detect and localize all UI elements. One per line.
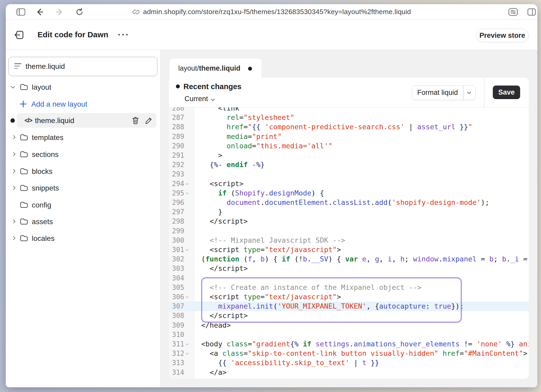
page-settings-icon[interactable] bbox=[507, 4, 519, 20]
folder-icon bbox=[20, 201, 28, 209]
reload-icon[interactable] bbox=[74, 4, 85, 20]
line-number: 295 bbox=[169, 188, 194, 198]
format-liquid-button[interactable]: Format liquid bbox=[412, 85, 476, 100]
code-line-287: rel="stylesheet" bbox=[194, 113, 294, 122]
sidebar-item-locales[interactable]: locales bbox=[6, 231, 161, 246]
folder-icon bbox=[20, 218, 28, 225]
folder-icon bbox=[20, 184, 28, 192]
split-view-icon[interactable] bbox=[526, 4, 537, 20]
folder-icon bbox=[20, 235, 28, 242]
line-number: 287 bbox=[169, 113, 194, 122]
line-number: 308 bbox=[169, 311, 194, 320]
code-line-310 bbox=[194, 330, 201, 339]
changes-dot bbox=[176, 84, 180, 88]
forward-icon[interactable] bbox=[54, 4, 65, 20]
line-number: 300 bbox=[169, 236, 194, 245]
sidebar-item-config[interactable]: config bbox=[6, 198, 161, 212]
page-title: Edit code for Dawn bbox=[38, 20, 108, 50]
format-options-chevron[interactable] bbox=[463, 86, 475, 100]
chevron-right-icon bbox=[11, 135, 16, 139]
chevron-right-icon bbox=[11, 169, 16, 173]
line-number: 313 bbox=[169, 358, 194, 368]
code-line-303: </script> bbox=[194, 264, 248, 273]
preview-store-button[interactable]: Preview store bbox=[476, 29, 528, 42]
chevron-down-icon bbox=[211, 97, 215, 101]
header-divider bbox=[484, 78, 484, 107]
code-line-294: <script> bbox=[194, 179, 244, 188]
line-number: 314 bbox=[169, 368, 194, 377]
sidebar-item-snippets[interactable]: snippets bbox=[6, 181, 161, 195]
line-number: 293 bbox=[169, 169, 194, 179]
more-actions-button[interactable] bbox=[118, 20, 128, 50]
sidebar-item-blocks[interactable]: blocks bbox=[6, 164, 161, 179]
code-line-313: {{ 'accessibility.skip_to_text' | t }} bbox=[194, 358, 379, 368]
code-editor[interactable]: 2862872882892902912922932942952962972982… bbox=[169, 107, 529, 379]
line-number: 309 bbox=[169, 321, 194, 330]
line-number: 296 bbox=[169, 198, 194, 207]
tab-filename: theme.liquid bbox=[199, 64, 241, 72]
line-number: 302 bbox=[169, 254, 194, 264]
chevron-right-icon bbox=[11, 219, 16, 224]
code-line-300: <!-- Mixpanel Javascript SDK --> bbox=[194, 236, 345, 245]
file-sidebar: theme.liquid layoutAdd a new layout</>th… bbox=[6, 50, 161, 387]
code-line-314: </a> bbox=[194, 368, 227, 377]
tab-theme-liquid[interactable]: layout/theme.liquid bbox=[170, 59, 261, 79]
code-line-301: <script type="text/javascript"> bbox=[194, 245, 341, 254]
line-number: 290 bbox=[169, 141, 194, 151]
file-search-input[interactable]: theme.liquid bbox=[8, 57, 157, 76]
chevron-right-icon bbox=[11, 186, 16, 190]
line-number: 306 bbox=[169, 292, 194, 302]
recent-changes-title: Recent changes bbox=[183, 82, 241, 91]
line-number: 286 bbox=[169, 107, 194, 113]
address-bar[interactable]: admin.shopify.com/store/rzq1xu-f5/themes… bbox=[132, 4, 411, 20]
code-line-290: onload="this.media='all'" bbox=[194, 141, 333, 151]
line-number: 307 bbox=[169, 302, 194, 311]
sidebar-toggle-icon[interactable] bbox=[16, 4, 26, 20]
version-select[interactable]: Current bbox=[185, 95, 214, 103]
sidebar-item-layout[interactable]: layout bbox=[6, 80, 161, 94]
line-number: 305 bbox=[169, 283, 194, 292]
code-line-297: } bbox=[194, 207, 222, 217]
line-number: 310 bbox=[169, 330, 194, 339]
sidebar-item-add-a-new-layout[interactable]: Add a new layout bbox=[6, 97, 161, 111]
unsaved-file-dot bbox=[10, 118, 15, 123]
highlight-box bbox=[201, 277, 462, 323]
editor-card: Recent changes Current Format liquid Sav… bbox=[169, 78, 529, 379]
exit-icon[interactable] bbox=[14, 29, 24, 40]
line-number: 294 bbox=[169, 179, 194, 188]
code-line-292: {%- endif -%} bbox=[194, 160, 265, 169]
delete-icon[interactable] bbox=[132, 116, 139, 125]
sidebar-item-assets[interactable]: assets bbox=[6, 214, 161, 229]
code-line-312: <a class="skip-to-content-link button vi… bbox=[194, 349, 527, 358]
folder-icon bbox=[20, 134, 28, 141]
code-line-289: media="print" bbox=[194, 132, 282, 141]
back-icon[interactable] bbox=[34, 4, 45, 20]
url-text: admin.shopify.com/store/rzq1xu-f5/themes… bbox=[143, 8, 411, 16]
line-number: 301 bbox=[169, 245, 194, 254]
browser-window: admin.shopify.com/store/rzq1xu-f5/themes… bbox=[6, 4, 537, 387]
code-line-296: document.documentElement.classList.add('… bbox=[194, 198, 489, 207]
tab-path: layout/ bbox=[178, 64, 199, 72]
sidebar-item-templates[interactable]: templates bbox=[6, 130, 161, 145]
save-button[interactable]: Save bbox=[493, 85, 520, 99]
line-number: 311 bbox=[169, 339, 194, 349]
folder-icon bbox=[20, 83, 28, 91]
line-number: 297 bbox=[169, 207, 194, 217]
code-line-288: href="{{ 'component-predictive-search.cs… bbox=[194, 122, 472, 132]
rename-icon[interactable] bbox=[145, 116, 153, 125]
folder-icon bbox=[20, 151, 28, 158]
line-number: 298 bbox=[169, 217, 194, 226]
filter-icon bbox=[14, 63, 21, 70]
sidebar-item-theme-liquid[interactable]: </>theme.liquid bbox=[6, 113, 161, 128]
line-number: 289 bbox=[169, 132, 194, 141]
line-number: 312 bbox=[169, 349, 194, 358]
code-line-295: if (Shopify.designMode) { bbox=[194, 188, 324, 198]
code-line-298: </script> bbox=[194, 217, 248, 226]
code-line-291: > bbox=[194, 151, 222, 160]
code-line-302: (function (f, b) { if (!b.__SV) { var e,… bbox=[194, 254, 529, 264]
code-line-304 bbox=[194, 273, 201, 283]
chevron-down-icon bbox=[11, 84, 15, 89]
plus-icon bbox=[19, 100, 27, 108]
line-number: 288 bbox=[169, 122, 194, 132]
sidebar-item-sections[interactable]: sections bbox=[6, 147, 161, 162]
